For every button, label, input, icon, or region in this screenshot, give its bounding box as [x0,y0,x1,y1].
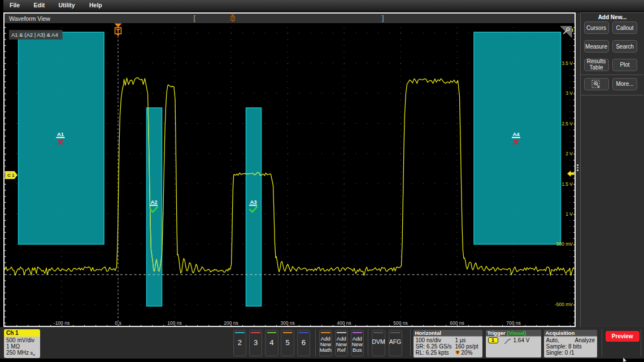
svg-text:100 ns: 100 ns [167,320,182,326]
svg-text:2 V: 2 V [565,151,573,156]
svg-text:T: T [232,17,234,20]
svg-text:2.5 V: 2.5 V [562,120,573,126]
svg-text:C 1: C 1 [7,173,15,178]
svg-text:A3: A3 [250,198,256,204]
svg-text:3.5 V: 3.5 V [562,60,573,66]
svg-text:-100 ns: -100 ns [54,320,69,326]
svg-text:A1: A1 [57,130,64,137]
svg-text:A1 & (A2 | A3) & A4: A1 & (A2 | A3) & A4 [11,31,58,37]
svg-text:1.5 V: 1.5 V [562,181,573,186]
svg-text:700 ns: 700 ns [506,320,521,326]
svg-text:1 V: 1 V [565,211,573,216]
svg-text:3 V: 3 V [565,90,573,96]
svg-text:-500 mV: -500 mV [555,302,573,307]
svg-text:500 mV: 500 mV [556,241,573,247]
svg-text:A4: A4 [512,130,520,137]
svg-text:300 ns: 300 ns [280,320,295,326]
svg-text:400 ns: 400 ns [337,320,351,326]
svg-text:500 ns: 500 ns [393,320,408,326]
svg-text:600 ns: 600 ns [450,320,464,326]
svg-text:A2: A2 [150,198,157,204]
svg-text:0 s: 0 s [115,320,121,326]
svg-text:200 ns: 200 ns [224,320,238,326]
